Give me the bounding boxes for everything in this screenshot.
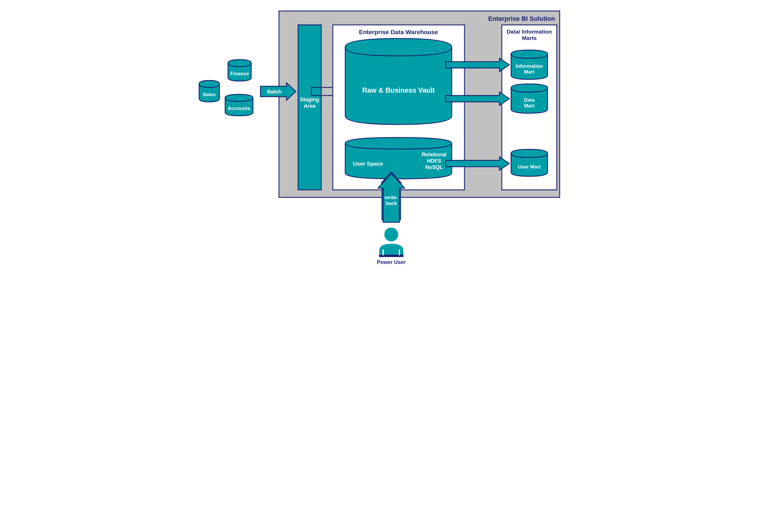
source-finance-cylinder: Finance [228, 60, 251, 81]
power-user-icon [379, 228, 403, 257]
userspace-label: User Space [353, 161, 383, 167]
batch-arrow-label: Batch [267, 89, 282, 94]
vault-label: Raw & Business Vault [362, 86, 435, 94]
svg-rect-3 [399, 250, 400, 255]
writeback-label: write-back [384, 195, 398, 206]
edw-title: Enterprise Data Warehouse [359, 29, 438, 35]
svg-rect-2 [383, 250, 384, 255]
vault-cylinder: Raw & Business Vault [345, 39, 452, 124]
user-mart-cylinder: User Mart [511, 149, 547, 176]
info-mart-cylinder: InformationMart [511, 50, 547, 79]
source-sales-label: Sales [203, 92, 216, 97]
source-accounts-cylinder: Accounts [225, 94, 253, 116]
data-mart-label: DataMart [524, 97, 535, 108]
svg-point-0 [384, 228, 398, 242]
userspace-cylinder: User Space RelationalHDFSNoSQL [345, 137, 452, 179]
source-accounts-label: Accounts [228, 106, 250, 111]
solution-title: Enterprise BI Solution [488, 15, 555, 22]
source-sales-cylinder: Sales [199, 81, 219, 102]
data-mart-cylinder: DataMart [511, 84, 547, 113]
user-mart-label: User Mart [518, 164, 541, 170]
power-user-label: Power User [377, 259, 405, 265]
source-finance-label: Finance [230, 71, 249, 77]
